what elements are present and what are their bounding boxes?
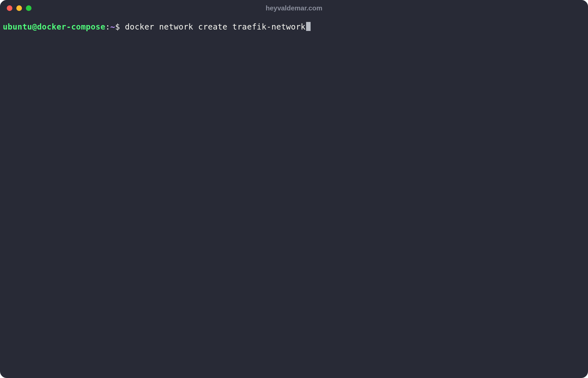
- titlebar: heyvaldemar.com: [0, 0, 588, 16]
- prompt-user-host: ubuntu@docker-compose: [3, 21, 106, 32]
- cursor-icon: [306, 22, 311, 31]
- traffic-lights: [7, 5, 32, 11]
- minimize-button[interactable]: [16, 5, 22, 11]
- maximize-button[interactable]: [26, 5, 32, 11]
- terminal-body[interactable]: ubuntu@docker-compose:~$ docker network …: [0, 16, 588, 378]
- window-title: heyvaldemar.com: [266, 4, 322, 12]
- command-input: docker network create traefik-network: [125, 21, 306, 32]
- terminal-window: heyvaldemar.com ubuntu@docker-compose:~$…: [0, 0, 588, 378]
- prompt-line: ubuntu@docker-compose:~$ docker network …: [3, 21, 585, 32]
- close-button[interactable]: [7, 5, 12, 11]
- prompt-colon: :: [106, 21, 110, 32]
- prompt-cwd: ~: [110, 21, 115, 32]
- prompt-symbol: $: [115, 21, 125, 32]
